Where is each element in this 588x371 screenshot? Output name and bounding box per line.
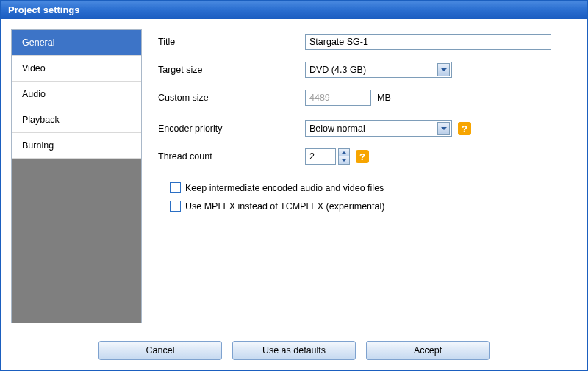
chevron-up-icon	[342, 151, 346, 154]
settings-sidebar: General Video Audio Playback Burning	[11, 29, 142, 323]
help-icon[interactable]: ?	[356, 150, 369, 163]
project-settings-window: Project settings General Video Audio Pla…	[0, 0, 588, 371]
row-custom-size: Custom size MB	[158, 90, 574, 106]
sidebar-item-label: Video	[22, 63, 46, 73]
sidebar-item-general[interactable]: General	[12, 30, 141, 56]
use-as-defaults-button[interactable]: Use as defaults	[232, 341, 356, 360]
use-mplex-checkbox[interactable]	[170, 201, 181, 212]
chevron-down-icon	[441, 127, 447, 130]
encoder-priority-dropdown-button[interactable]	[437, 122, 450, 135]
row-thread-count: Thread count ?	[158, 148, 574, 165]
target-size-value: DVD (4.3 GB)	[309, 65, 366, 75]
sidebar-item-burning[interactable]: Burning	[12, 133, 141, 159]
keep-intermediate-label: Keep intermediate encoded audio and vide…	[185, 183, 384, 193]
custom-size-input	[305, 90, 371, 106]
thread-count-spinner[interactable]	[305, 148, 350, 165]
title-input[interactable]	[305, 34, 551, 50]
window-body: General Video Audio Playback Burning Tit…	[1, 19, 587, 370]
chevron-down-icon	[342, 159, 346, 162]
label-thread-count: Thread count	[158, 151, 305, 162]
help-icon[interactable]: ?	[458, 122, 471, 135]
sidebar-item-video[interactable]: Video	[12, 56, 141, 82]
chevron-down-icon	[441, 68, 447, 71]
main-area: General Video Audio Playback Burning Tit…	[1, 19, 587, 334]
row-title: Title	[158, 34, 574, 50]
target-size-dropdown-button[interactable]	[437, 63, 450, 76]
accept-button[interactable]: Accept	[366, 341, 490, 360]
encoder-priority-value: Below normal	[309, 123, 365, 134]
use-mplex-label: Use MPLEX instead of TCMPLEX (experiment…	[185, 201, 384, 212]
sidebar-item-label: Burning	[22, 140, 54, 151]
thread-count-input[interactable]	[305, 148, 336, 165]
keep-intermediate-checkbox[interactable]	[170, 182, 181, 193]
label-custom-size: Custom size	[158, 93, 305, 103]
label-title: Title	[158, 37, 305, 47]
row-target-size: Target size DVD (4.3 GB)	[158, 62, 574, 78]
general-form: Title Target size DVD (4.3 GB)	[155, 29, 577, 323]
footer-buttons: Cancel Use as defaults Accept	[1, 334, 587, 364]
label-encoder-priority: Encoder priority	[158, 123, 305, 134]
target-size-select[interactable]: DVD (4.3 GB)	[305, 62, 452, 78]
thread-count-up-button[interactable]	[338, 148, 350, 156]
row-use-mplex: Use MPLEX instead of TCMPLEX (experiment…	[170, 201, 574, 212]
sidebar-item-audio[interactable]: Audio	[12, 82, 141, 107]
row-encoder-priority: Encoder priority Below normal ?	[158, 120, 574, 137]
window-titlebar: Project settings	[1, 1, 587, 19]
window-title: Project settings	[8, 4, 80, 15]
checkbox-group: Keep intermediate encoded audio and vide…	[158, 182, 574, 212]
sidebar-item-label: Audio	[22, 89, 46, 99]
sidebar-item-playback[interactable]: Playback	[12, 107, 141, 133]
row-keep-intermediate: Keep intermediate encoded audio and vide…	[170, 182, 574, 193]
label-target-size: Target size	[158, 65, 305, 75]
cancel-button[interactable]: Cancel	[98, 341, 222, 360]
thread-count-down-button[interactable]	[338, 156, 350, 165]
sidebar-item-label: Playback	[22, 115, 60, 125]
custom-size-unit: MB	[377, 93, 391, 103]
sidebar-item-label: General	[22, 37, 54, 48]
encoder-priority-select[interactable]: Below normal	[305, 120, 452, 137]
